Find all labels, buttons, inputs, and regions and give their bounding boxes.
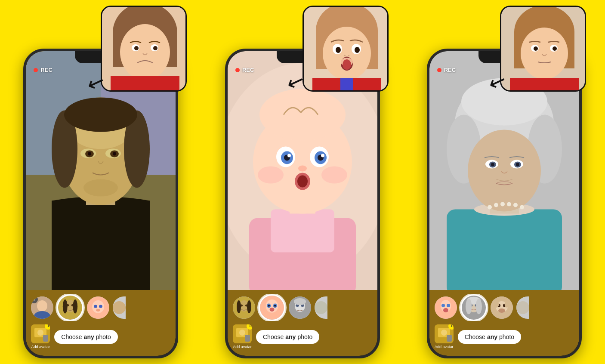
avatar-baby-3[interactable] bbox=[435, 296, 457, 319]
svg-point-90 bbox=[274, 305, 276, 307]
face-thumbnail-2 bbox=[302, 6, 389, 92]
svg-point-134 bbox=[441, 304, 445, 307]
choose-label-3b: photo bbox=[499, 333, 514, 340]
add-avatar-label-2: Add avatar bbox=[233, 345, 252, 349]
avatar-queen-2[interactable] bbox=[289, 296, 311, 319]
svg-rect-51 bbox=[340, 78, 353, 92]
svg-point-74 bbox=[321, 154, 324, 157]
choose-label-3a: Choose bbox=[465, 333, 485, 340]
svg-point-131 bbox=[520, 205, 524, 210]
svg-point-35 bbox=[73, 299, 78, 314]
avatar-extra-3[interactable] bbox=[516, 296, 529, 319]
svg-point-84 bbox=[247, 300, 251, 313]
svg-rect-112 bbox=[447, 210, 562, 290]
svg-point-110 bbox=[553, 46, 557, 51]
bottom-bar-2: + Add avatar Choose any photo bbox=[228, 290, 377, 356]
choose-label-2a: Choose bbox=[263, 333, 284, 340]
svg-point-7 bbox=[134, 46, 139, 50]
svg-point-100 bbox=[239, 330, 245, 336]
rec-dot-3 bbox=[437, 68, 441, 72]
phone-section-2: ↙ REC bbox=[208, 6, 397, 358]
choose-photo-btn-3[interactable]: Choose any photo bbox=[458, 330, 521, 344]
avatar-person[interactable]: ✕ bbox=[31, 296, 53, 319]
svg-point-26 bbox=[83, 179, 118, 197]
rec-label-2: REC bbox=[242, 67, 254, 73]
svg-point-77 bbox=[297, 176, 308, 188]
svg-point-91 bbox=[270, 308, 275, 312]
svg-point-39 bbox=[99, 305, 102, 308]
svg-point-8 bbox=[153, 46, 157, 50]
choose-bold-2: any bbox=[285, 333, 296, 340]
svg-point-83 bbox=[237, 300, 241, 313]
svg-point-40 bbox=[96, 309, 100, 312]
svg-point-75 bbox=[298, 166, 307, 172]
svg-point-55 bbox=[355, 47, 360, 53]
choose-photo-btn-1[interactable]: Choose any photo bbox=[54, 330, 117, 344]
svg-point-89 bbox=[268, 305, 270, 307]
svg-point-129 bbox=[507, 202, 511, 207]
phone-screen-2: REC bbox=[228, 51, 377, 356]
svg-point-97 bbox=[315, 301, 327, 314]
add-avatar-btn-1[interactable]: + Add avatar bbox=[31, 324, 50, 349]
avatar-extra-2[interactable] bbox=[315, 296, 327, 319]
svg-point-119 bbox=[468, 130, 541, 212]
svg-point-124 bbox=[491, 163, 494, 167]
svg-point-78 bbox=[259, 89, 346, 141]
svg-rect-106 bbox=[510, 78, 579, 92]
avatar-baby-2[interactable] bbox=[259, 294, 285, 321]
svg-point-126 bbox=[488, 205, 492, 210]
avatar-row-3 bbox=[435, 294, 574, 321]
avatar-extra[interactable] bbox=[113, 296, 126, 319]
svg-point-136 bbox=[443, 308, 448, 312]
rec-dot-2 bbox=[235, 68, 240, 72]
choose-photo-text-1b: photo bbox=[96, 333, 111, 340]
choose-row-2: + Add avatar Choose any photo bbox=[233, 324, 372, 349]
avatar-mona[interactable] bbox=[57, 294, 83, 321]
svg-point-128 bbox=[500, 202, 505, 207]
svg-point-49 bbox=[323, 27, 371, 80]
svg-point-66 bbox=[321, 167, 347, 184]
phone-frame-2: REC bbox=[225, 49, 380, 358]
svg-point-24 bbox=[88, 152, 91, 156]
svg-point-105 bbox=[521, 28, 568, 79]
add-avatar-label-3: Add avatar bbox=[435, 345, 454, 349]
avatar-baby[interactable] bbox=[87, 296, 109, 319]
svg-point-44 bbox=[37, 330, 43, 336]
add-avatar-btn-2[interactable]: + Add avatar bbox=[233, 324, 252, 349]
svg-rect-45 bbox=[43, 335, 48, 342]
choose-bold-3: any bbox=[487, 333, 497, 340]
svg-point-3 bbox=[120, 24, 170, 80]
rec-badge-1: REC bbox=[34, 67, 52, 73]
svg-point-127 bbox=[494, 203, 498, 207]
bottom-bar-1: ✕ bbox=[26, 290, 176, 356]
svg-point-54 bbox=[336, 47, 341, 53]
face-thumbnail-3 bbox=[500, 6, 586, 92]
svg-point-135 bbox=[447, 304, 450, 307]
avatar-queen-3[interactable] bbox=[460, 294, 487, 321]
avatar-row-1: ✕ bbox=[31, 294, 170, 321]
choose-label-2b: photo bbox=[297, 333, 312, 340]
face-thumbnail-1 bbox=[101, 6, 187, 92]
svg-rect-4 bbox=[111, 76, 179, 92]
phone-screen-3: REC bbox=[429, 51, 579, 356]
choose-row-3: + Add avatar Choose any photo bbox=[435, 324, 574, 349]
add-avatar-label-1: Add avatar bbox=[31, 345, 50, 349]
svg-point-34 bbox=[63, 299, 68, 314]
choose-row-1: + Add avatar Choose any photo bbox=[31, 324, 170, 349]
svg-point-25 bbox=[113, 152, 116, 156]
add-avatar-btn-3[interactable]: + Add avatar bbox=[435, 324, 454, 349]
svg-rect-62 bbox=[271, 210, 334, 253]
avatar-row-2 bbox=[233, 294, 372, 321]
svg-point-130 bbox=[513, 203, 518, 207]
svg-point-143 bbox=[475, 299, 482, 314]
avatar-dog-3[interactable] bbox=[491, 296, 513, 319]
bottom-bar-3: + Add avatar Choose any photo bbox=[429, 290, 579, 356]
rec-label-3: REC bbox=[444, 67, 456, 73]
svg-point-151 bbox=[516, 301, 529, 314]
svg-rect-101 bbox=[245, 335, 250, 342]
svg-rect-155 bbox=[447, 335, 452, 342]
avatar-mona-2[interactable] bbox=[233, 296, 255, 319]
rec-dot-1 bbox=[34, 68, 38, 72]
choose-photo-btn-2[interactable]: Choose any photo bbox=[256, 330, 319, 344]
svg-point-58 bbox=[343, 59, 351, 70]
